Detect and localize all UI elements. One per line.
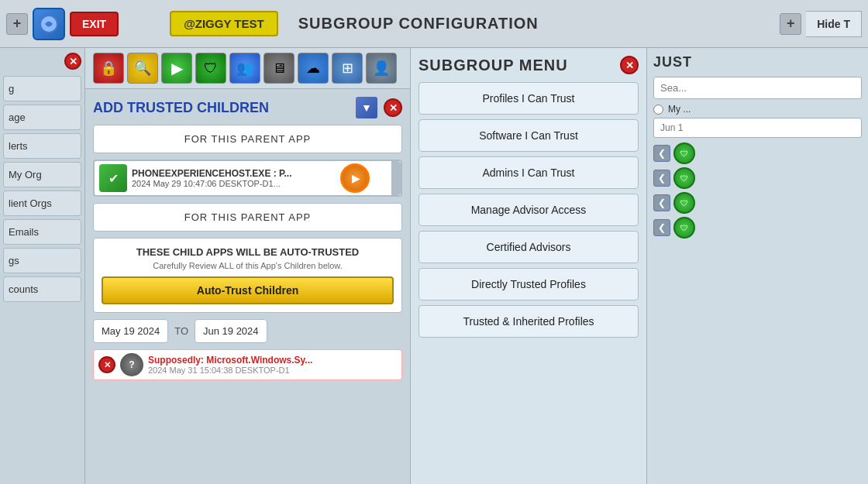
far-right-row-1: ❮ 🛡 — [653, 142, 862, 164]
far-right-date-input[interactable] — [653, 118, 862, 138]
app-row-icon: ? — [120, 353, 143, 376]
filter-button[interactable]: ▼ — [356, 97, 377, 118]
app-row-close-button[interactable]: ✕ — [98, 356, 115, 373]
far-right-panel: JUST My ... ❮ 🛡 ❮ 🛡 ❮ 🛡 ❮ 🛡 — [647, 48, 868, 484]
users-icon[interactable]: 👥 — [229, 53, 260, 84]
ziggy-button[interactable]: @ZIGGY TEST — [170, 11, 278, 36]
panel-header: ADD TRUSTED CHILDREN ▼ ✕ — [93, 97, 402, 118]
top-bar: + EXIT @ZIGGY TEST SUBGROUP CONFIGURATIO… — [0, 0, 868, 48]
avatar-icon[interactable]: 👤 — [366, 53, 397, 84]
sidebar-item-myorg[interactable]: My Org — [3, 162, 81, 187]
subgroup-manage-advisor-button[interactable]: Manage Advisor Access — [418, 194, 639, 226]
play-overlay-button[interactable] — [340, 163, 370, 193]
search-icon[interactable]: 🔍 — [127, 53, 158, 84]
for-parent-app-button-1[interactable]: FOR THIS PARENT APP — [93, 125, 402, 153]
trusted-app-row: ✔ PHONEEXPERIENCEHOST.EXE : P... 2024 Ma… — [93, 160, 402, 197]
chevron-left-btn-3[interactable]: ❮ — [653, 194, 670, 211]
subgroup-close-button[interactable]: ✕ — [620, 56, 639, 74]
subgroup-inherited-profiles-button[interactable]: Trusted & Inherited Profiles — [418, 305, 639, 338]
green-icon-4[interactable]: 🛡 — [673, 217, 695, 239]
date-to-label: TO — [174, 325, 188, 337]
auto-trust-button[interactable]: Auto-Trust Children — [102, 276, 394, 304]
far-right-row-2: ❮ 🛡 — [653, 167, 862, 189]
subgroup-header: SUBGROUP MENU ✕ — [418, 56, 639, 74]
sidebar-item-clientorgs[interactable]: lient Orgs — [3, 191, 81, 216]
center-panel: 🔒 🔍 ▶ 🛡 👥 🖥 ☁ ⊞ 👤 ADD TRUSTED CHILDREN ▼… — [85, 48, 411, 484]
play-icon[interactable]: ▶ — [161, 53, 192, 84]
shield-icon[interactable]: 🛡 — [195, 53, 226, 84]
top-add-button[interactable]: + — [6, 13, 28, 35]
bottom-app-info: Supposedly: Microsoft.Windows.Sy... 2024… — [148, 355, 397, 375]
sidebar-item-alerts[interactable]: lerts — [3, 133, 81, 159]
subgroup-admins-trust-button[interactable]: Admins I Can Trust — [418, 156, 639, 189]
date-from-input[interactable]: May 19 2024 — [93, 319, 168, 343]
far-right-title: JUST — [653, 54, 862, 70]
top-right-add-button[interactable]: + — [780, 13, 801, 35]
cloud-icon[interactable]: ☁ — [298, 53, 329, 84]
panel-close-button[interactable]: ✕ — [384, 98, 402, 117]
green-icon-3[interactable]: 🛡 — [673, 192, 695, 214]
sidebar-item-counts[interactable]: counts — [3, 276, 81, 302]
subgroup-directly-trusted-button[interactable]: Directly Trusted Profiles — [418, 268, 639, 300]
hide-tab-button[interactable]: Hide T — [806, 11, 862, 37]
auto-trust-subtitle: Carefully Review ALL of this App's Child… — [102, 261, 394, 270]
screen-icon[interactable]: 🖥 — [264, 53, 294, 84]
chevron-left-btn-1[interactable]: ❮ — [653, 145, 670, 162]
subgroup-software-trust-button[interactable]: Software I Can Trust — [418, 119, 639, 152]
bottom-app-row: ✕ ? Supposedly: Microsoft.Windows.Sy... … — [93, 349, 402, 380]
far-right-row-3: ❮ 🛡 — [653, 192, 862, 214]
lock-icon[interactable]: 🔒 — [93, 53, 124, 84]
app-logo-icon — [33, 8, 65, 40]
scroll-indicator — [391, 161, 401, 195]
exit-button[interactable]: EXIT — [70, 12, 119, 36]
my-radio[interactable] — [653, 105, 663, 115]
panel-title: ADD TRUSTED CHILDREN — [93, 100, 350, 116]
cert-icon: ✔ — [99, 164, 127, 192]
grid-icon[interactable]: ⊞ — [332, 53, 363, 84]
green-icon-1[interactable]: 🛡 — [673, 142, 695, 164]
bottom-app-date: 2024 May 31 15:04:38 DESKTOP-D1 — [148, 366, 397, 375]
date-range-row: May 19 2024 TO Jun 19 2024 — [93, 319, 402, 343]
sidebar-item-emails[interactable]: Emails — [3, 219, 81, 245]
subgroup-profiles-trust-button[interactable]: Profiles I Can Trust — [418, 82, 639, 115]
sidebar-item-g[interactable]: g — [3, 76, 81, 101]
for-parent-app-button-2[interactable]: FOR THIS PARENT APP — [93, 203, 402, 232]
subgroup-certified-advisors-button[interactable]: Certified Advisors — [418, 231, 639, 263]
auto-trust-box: THESE CHILD APPS WILL BE AUTO-TRUSTED Ca… — [93, 238, 402, 313]
panel-content: ADD TRUSTED CHILDREN ▼ ✕ FOR THIS PARENT… — [85, 89, 410, 484]
chevron-left-btn-4[interactable]: ❮ — [653, 219, 670, 236]
bottom-app-name: Supposedly: Microsoft.Windows.Sy... — [148, 355, 397, 366]
green-icon-2[interactable]: 🛡 — [673, 167, 695, 189]
radio-label: My ... — [668, 104, 691, 115]
date-to-input[interactable]: Jun 19 2024 — [195, 319, 267, 343]
left-sidebar: ✕ g age lerts My Org lient Orgs Emails g… — [0, 48, 85, 484]
sidebar-item-gs[interactable]: gs — [3, 248, 81, 273]
radio-row: My ... — [653, 104, 862, 115]
page-title: SUBGROUP CONFIGURATION — [298, 15, 539, 33]
auto-trust-title: THESE CHILD APPS WILL BE AUTO-TRUSTED — [102, 246, 394, 258]
subgroup-title: SUBGROUP MENU — [418, 57, 568, 74]
far-right-search-input[interactable] — [653, 77, 862, 99]
sidebar-item-age[interactable]: age — [3, 105, 81, 130]
icon-toolbar: 🔒 🔍 ▶ 🛡 👥 🖥 ☁ ⊞ 👤 — [85, 48, 410, 89]
sidebar-close-button[interactable]: ✕ — [64, 53, 81, 70]
chevron-left-btn-2[interactable]: ❮ — [653, 170, 670, 187]
far-right-row-4: ❮ 🛡 — [653, 217, 862, 239]
subgroup-menu-panel: SUBGROUP MENU ✕ Profiles I Can Trust Sof… — [411, 48, 647, 484]
main-layout: ✕ g age lerts My Org lient Orgs Emails g… — [0, 48, 868, 484]
